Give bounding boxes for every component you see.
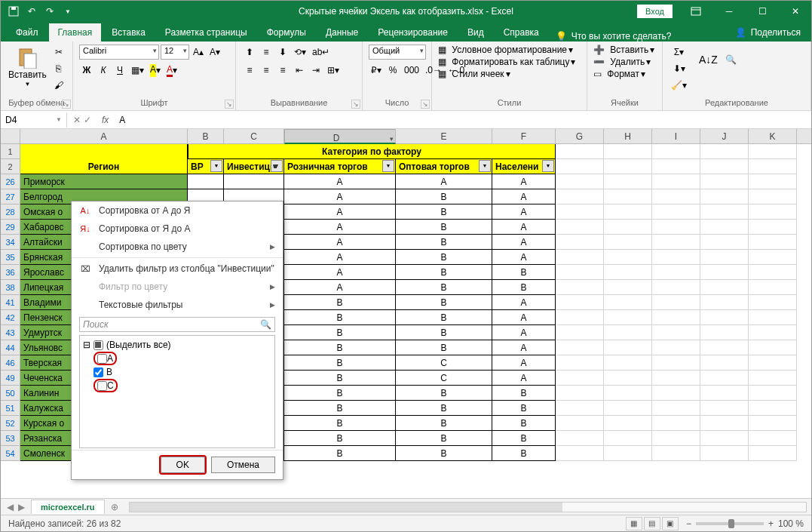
cell[interactable]	[700, 446, 749, 461]
cell[interactable]	[604, 235, 652, 250]
cell[interactable]: А	[396, 174, 492, 189]
cell[interactable]: В	[492, 431, 556, 446]
enter-formula-icon[interactable]: ✓	[84, 115, 91, 125]
cell[interactable]	[652, 325, 700, 340]
zoom-slider[interactable]	[696, 522, 764, 525]
checkbox[interactable]	[97, 354, 107, 364]
ok-button[interactable]: OK	[161, 457, 205, 473]
col-H[interactable]: H	[604, 129, 652, 143]
cell[interactable]	[188, 174, 224, 189]
col-K[interactable]: K	[749, 129, 797, 143]
cell[interactable]: В	[396, 401, 492, 416]
tab-data[interactable]: Данные	[317, 23, 367, 42]
cell[interactable]	[749, 325, 797, 340]
cell[interactable]	[700, 235, 749, 250]
cell[interactable]	[749, 220, 797, 235]
cell[interactable]	[20, 144, 188, 159]
cell[interactable]	[556, 189, 604, 204]
minimize-icon[interactable]: ─	[713, 1, 745, 22]
cell[interactable]	[604, 159, 652, 174]
cell[interactable]: В	[396, 295, 492, 310]
bold-button[interactable]: Ж	[79, 63, 94, 78]
cell[interactable]	[652, 431, 700, 446]
cell[interactable]: В	[492, 416, 556, 431]
cell[interactable]	[604, 340, 652, 355]
insert-cells-button[interactable]: ➕ Вставить▾	[593, 45, 654, 55]
cell[interactable]	[652, 280, 700, 295]
tab-insert[interactable]: Вставка	[103, 23, 155, 42]
cell[interactable]	[700, 159, 749, 174]
cell[interactable]	[604, 250, 652, 265]
increase-font-icon[interactable]: A▴	[191, 45, 206, 60]
cell[interactable]	[652, 250, 700, 265]
cell[interactable]: В	[284, 401, 396, 416]
cell[interactable]	[604, 144, 652, 159]
filter-button-active[interactable]: ▼	[271, 160, 283, 172]
hdr-e[interactable]: Оптовая торгов▼	[396, 159, 492, 174]
cell[interactable]	[700, 144, 749, 159]
percent-icon[interactable]: %	[385, 63, 400, 78]
format-painter-icon[interactable]: 🖌	[51, 78, 66, 93]
add-sheet-icon[interactable]: ⊕	[105, 502, 124, 512]
copy-icon[interactable]: ⎘	[51, 61, 66, 76]
filter-button[interactable]: ▼	[542, 160, 554, 172]
cell[interactable]	[604, 371, 652, 386]
cell[interactable]	[749, 174, 797, 189]
cell[interactable]	[556, 250, 604, 265]
cell[interactable]	[652, 355, 700, 371]
cell[interactable]	[749, 371, 797, 386]
align-right-icon[interactable]: ≡	[275, 63, 290, 78]
cell[interactable]	[700, 280, 749, 295]
cell-styles-button[interactable]: ▦ Стили ячеек▾	[438, 69, 510, 79]
cell[interactable]: В	[284, 386, 396, 401]
tab-home[interactable]: Главная	[49, 23, 102, 42]
cell[interactable]	[749, 280, 797, 295]
cell[interactable]	[652, 401, 700, 416]
sort-filter-icon[interactable]: A↓Z	[697, 45, 720, 75]
cell[interactable]: А	[492, 235, 556, 250]
cell[interactable]	[604, 386, 652, 401]
cell[interactable]	[604, 280, 652, 295]
cell[interactable]: А	[492, 355, 556, 371]
col-E[interactable]: E	[396, 129, 492, 143]
filter-button[interactable]: ▼	[210, 160, 222, 172]
decrease-indent-icon[interactable]: ⇤	[292, 63, 307, 78]
cell[interactable]	[749, 250, 797, 265]
cell[interactable]	[652, 386, 700, 401]
prev-sheet-icon[interactable]: ◀	[7, 502, 14, 512]
checkbox[interactable]	[97, 381, 107, 391]
cell[interactable]	[749, 355, 797, 371]
cell[interactable]	[749, 310, 797, 325]
cell[interactable]	[700, 371, 749, 386]
cell[interactable]	[556, 340, 604, 355]
row-header[interactable]: 49	[1, 371, 20, 386]
cell[interactable]	[556, 371, 604, 386]
cell[interactable]: А	[492, 310, 556, 325]
col-D[interactable]: D	[284, 129, 396, 144]
format-cells-button[interactable]: ▭ Формат▾	[593, 69, 645, 79]
zoom-level[interactable]: 100 %	[778, 518, 804, 529]
cell[interactable]	[700, 431, 749, 446]
cell[interactable]: С	[396, 355, 492, 371]
cell[interactable]: А	[492, 325, 556, 340]
cell[interactable]	[749, 204, 797, 220]
row-header[interactable]: 51	[1, 401, 20, 416]
decrease-font-icon[interactable]: A▾	[207, 45, 222, 60]
cell[interactable]	[749, 189, 797, 204]
cancel-formula-icon[interactable]: ✕	[73, 115, 81, 125]
cell[interactable]: А	[492, 204, 556, 220]
col-A[interactable]: A	[20, 129, 188, 143]
cell[interactable]: А	[284, 250, 396, 265]
cell[interactable]	[652, 310, 700, 325]
cell[interactable]	[556, 446, 604, 461]
tab-help[interactable]: Справка	[495, 23, 548, 42]
formula-input[interactable]: А	[113, 113, 811, 127]
cell[interactable]: В	[284, 310, 396, 325]
cell[interactable]: А	[284, 204, 396, 220]
cell[interactable]	[604, 189, 652, 204]
autosum-icon[interactable]: Σ▾	[669, 45, 689, 60]
cell[interactable]: В	[396, 280, 492, 295]
cell[interactable]	[556, 159, 604, 174]
cell[interactable]	[556, 416, 604, 431]
tab-formulas[interactable]: Формулы	[258, 23, 315, 42]
